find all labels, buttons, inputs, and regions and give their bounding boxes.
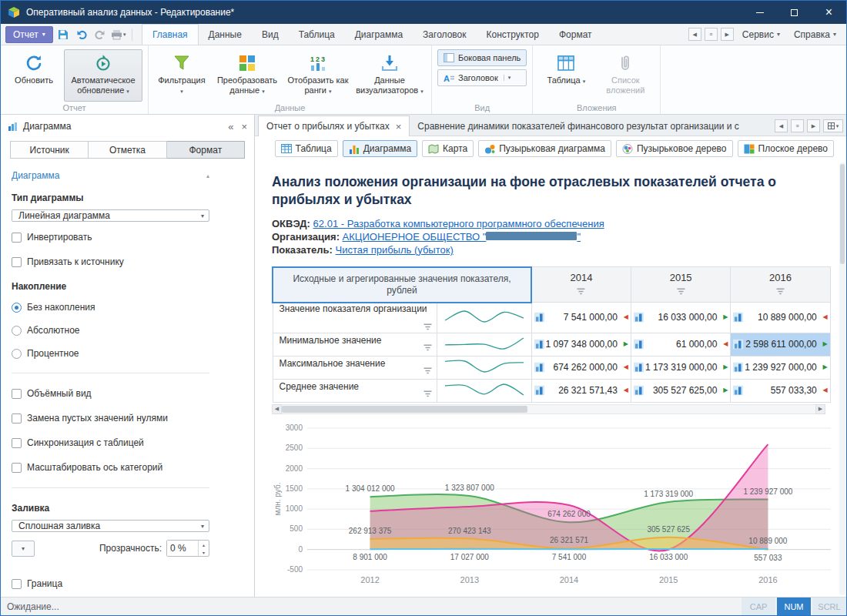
filter-icon[interactable]: [577, 286, 585, 297]
value-cell[interactable]: 7 541 000,00◀: [531, 303, 631, 333]
doc-tab-comparison[interactable]: Сравнение динамики показателей финансово…: [410, 116, 747, 136]
tab-scroll-right-icon[interactable]: ▶: [807, 119, 820, 132]
row-label-cell[interactable]: Значение показателя организации: [273, 303, 437, 333]
attachment-list-button[interactable]: Список вложений: [596, 49, 654, 102]
filter-icon[interactable]: [677, 286, 685, 297]
scale-axis-checkbox[interactable]: Масштабировать ось категорий: [12, 462, 209, 473]
filter-icon[interactable]: [424, 389, 432, 400]
visualizer-data-button[interactable]: Данные визуализаторов ▾: [353, 49, 426, 102]
value-cell[interactable]: 674 262 000,00◀: [531, 356, 631, 379]
value-cell[interactable]: 1 097 348 000,00▶: [531, 333, 631, 356]
transform-data-button[interactable]: Преобразовать данные ▾: [212, 49, 283, 102]
radio-absolute[interactable]: Абсолютное: [12, 325, 209, 336]
save-button[interactable]: [55, 26, 72, 43]
value-cell[interactable]: 10 889 000,00◀: [731, 303, 830, 333]
close-button[interactable]: ×: [812, 1, 846, 24]
line-area-chart[interactable]: -500050010001500200025003000201220132014…: [272, 420, 842, 591]
value-cell-selected[interactable]: 2 598 611 000,00▶: [731, 333, 830, 356]
scroll-right-icon[interactable]: ▶: [815, 404, 825, 414]
invert-checkbox[interactable]: Инвертировать: [12, 232, 209, 243]
view-chart-button[interactable]: Диаграмма: [343, 140, 417, 157]
column-header-2016[interactable]: 2016: [731, 267, 830, 303]
scroll-right-icon[interactable]: ▶: [721, 28, 734, 41]
column-header-2015[interactable]: 2015: [631, 267, 730, 303]
tab-scroll-left-icon[interactable]: ◀: [775, 119, 788, 132]
filter-button[interactable]: Фильтрация ▾: [154, 49, 209, 102]
organization-link[interactable]: АКЦИОНЕРНОЕ ОБЩЕСТВО "": [343, 231, 581, 243]
row-label-cell[interactable]: Среднее значение: [273, 379, 437, 402]
view-map-button[interactable]: Карта: [422, 140, 474, 157]
value-cell[interactable]: 26 321 571,43◀: [531, 379, 631, 402]
ribbon-tab-dannye[interactable]: Данные: [199, 24, 252, 45]
value-cell[interactable]: 1 173 319 000,00▶: [631, 356, 730, 379]
close-tab-icon[interactable]: ×: [396, 121, 402, 132]
doc-tab-profit-loss[interactable]: Отчет о прибылях и убытках ×: [258, 116, 410, 136]
value-cell[interactable]: 557 033,30◀: [731, 379, 830, 402]
value-cell[interactable]: 61 000,00◀: [631, 333, 730, 356]
layout-button[interactable]: ▾: [823, 119, 843, 132]
scroll-left-icon[interactable]: ◀: [272, 404, 282, 414]
print-button[interactable]: ▾: [110, 26, 127, 43]
refresh-button[interactable]: Обновить: [6, 49, 62, 102]
volume-view-checkbox[interactable]: Объёмный вид: [12, 388, 209, 399]
okved-link[interactable]: 62.01 - Разработка компьютерного програм…: [313, 218, 604, 229]
ribbon-tab-vid[interactable]: Вид: [252, 24, 289, 45]
section-chart-header[interactable]: Диаграмма ▴: [12, 163, 209, 186]
scrollbar-thumb[interactable]: [840, 164, 845, 264]
maximize-button[interactable]: [777, 1, 812, 24]
row-label-cell[interactable]: Максимальное значение: [273, 356, 437, 379]
vertical-scrollbar[interactable]: [839, 162, 845, 595]
table-h-scrollbar[interactable]: ◀ ▶: [272, 404, 825, 414]
table-corner-header[interactable]: Исходные и агрегированные значения показ…: [273, 267, 531, 303]
view-bubble-chart-button[interactable]: Пузырьковая диаграмма: [478, 140, 611, 157]
undo-button[interactable]: [73, 26, 90, 43]
column-header-2014[interactable]: 2014: [531, 267, 631, 303]
chevron-down-icon[interactable]: ▾: [504, 75, 511, 81]
view-bubble-tree-button[interactable]: Пузырьковое дерево: [616, 140, 733, 157]
report-menu-button[interactable]: Отчет▾: [5, 26, 53, 43]
value-cell[interactable]: 16 033 000,00▶: [631, 303, 730, 333]
chart-type-select[interactable]: Линейная диаграмма ▾: [12, 209, 209, 222]
view-table-button[interactable]: Таблица: [275, 140, 338, 157]
radio-no-accumulation[interactable]: Без накопления: [12, 302, 209, 313]
bind-source-checkbox[interactable]: Привязать к источнику: [12, 256, 209, 267]
list-icon[interactable]: ≡: [705, 28, 718, 41]
indicator-link[interactable]: Чистая прибыль (убыток): [336, 244, 454, 256]
spin-down-icon[interactable]: ▾: [199, 548, 209, 556]
panel-tab-source[interactable]: Источник: [10, 141, 89, 159]
view-flat-tree-button[interactable]: Плоское дерево: [738, 140, 834, 157]
panel-tab-format[interactable]: Формат: [167, 141, 245, 159]
empty-zero-checkbox[interactable]: Замена пустых значений нулями: [12, 413, 209, 424]
border-checkbox[interactable]: Граница: [12, 578, 209, 589]
ribbon-tab-diagramma[interactable]: Диаграмма: [345, 24, 413, 45]
header-toggle[interactable]: A Заголовок ▾: [437, 69, 527, 86]
filter-icon[interactable]: [424, 322, 432, 333]
sync-table-checkbox[interactable]: Синхронизация с таблицей: [12, 437, 209, 448]
ribbon-tab-konstruktor[interactable]: Конструктор: [477, 24, 549, 45]
panel-tab-mark[interactable]: Отметка: [89, 141, 166, 159]
auto-refresh-button[interactable]: Автоматическое обновление ▾: [64, 49, 142, 102]
tab-list-icon[interactable]: ≡: [791, 119, 804, 132]
fill-type-select[interactable]: Сплошная заливка ▾: [12, 520, 209, 532]
transparency-input[interactable]: [167, 541, 198, 556]
table-attachment-button[interactable]: Таблица ▾: [538, 49, 594, 102]
side-panel-toggle[interactable]: Боковая панель: [437, 49, 527, 66]
close-panel-icon[interactable]: ×: [241, 121, 247, 132]
scrollbar-track[interactable]: [282, 404, 815, 414]
filter-icon[interactable]: [776, 286, 785, 297]
redo-button[interactable]: [92, 26, 109, 43]
show-as-ranks-button[interactable]: 123 Отобразить как ранги ▾: [285, 49, 351, 102]
ribbon-tab-format[interactable]: Формат: [549, 24, 602, 45]
help-menu[interactable]: Справка▾: [788, 29, 842, 40]
collapse-panel-icon[interactable]: «: [228, 121, 233, 132]
fill-color-dropdown[interactable]: ▾: [12, 541, 35, 557]
scrollbar-thumb[interactable]: [282, 406, 527, 413]
value-cell[interactable]: 1 239 927 000,00▶: [731, 356, 830, 379]
minimize-button[interactable]: [742, 1, 777, 24]
ribbon-tab-zagolovok[interactable]: Заголовок: [413, 24, 476, 45]
service-menu[interactable]: Сервис▾: [737, 29, 785, 40]
ribbon-tab-tablitsa[interactable]: Таблица: [289, 24, 345, 45]
filter-icon[interactable]: [424, 343, 432, 353]
scroll-left-icon[interactable]: ◀: [688, 28, 701, 41]
filter-icon[interactable]: [424, 366, 432, 377]
